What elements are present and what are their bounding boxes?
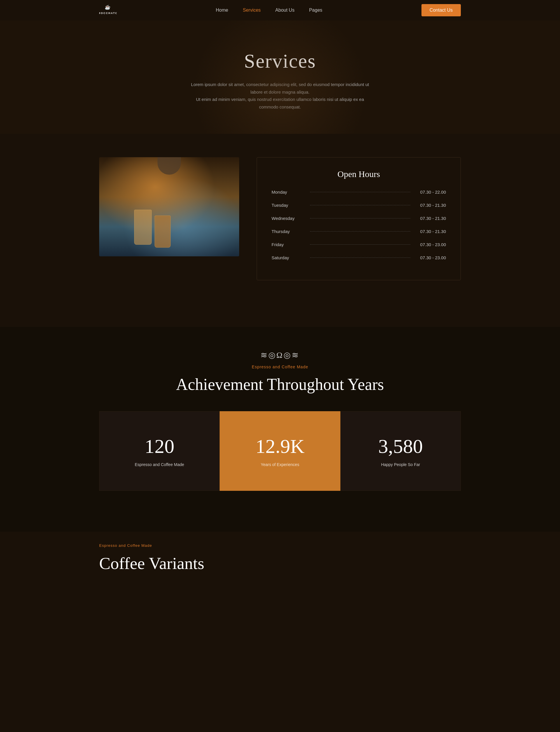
day-monday: Monday [272,190,307,195]
day-tuesday: Tuesday [272,203,307,208]
open-hours-box: Open Hours Monday 07.30 - 22.00 Tuesday … [257,157,461,280]
dots [310,205,410,205]
stat-number-espresso: 120 [111,435,208,458]
logo-icon: ☕ MOCCHATO [99,3,117,18]
time-tuesday: 07.30 - 21.30 [414,203,446,208]
stat-label-years: Years of Experiences [261,462,299,467]
stat-years: 12.9K Years of Experiences [220,411,340,491]
open-hours-title: Open Hours [272,169,446,179]
stat-espresso: 120 Espresso and Coffee Made [99,411,220,491]
achievement-title: Achievement Throughout Years [99,375,461,394]
dots [310,218,410,218]
stat-number-people: 3,580 [352,435,449,458]
achievement-subtitle: Espresso and Coffee Made [99,365,461,369]
hero-section: Services Lorem ipsum dolor sit amet, con… [0,20,560,134]
hours-wednesday: Wednesday 07.30 - 21.30 [272,216,446,221]
day-wednesday: Wednesday [272,216,307,221]
svg-text:MOCCHATO: MOCCHATO [99,12,117,15]
contact-button[interactable]: Contact Us [421,4,461,16]
variants-subtitle: Espresso and Coffee Made [99,543,461,548]
stat-label-people: Happy People So Far [381,462,420,467]
navbar: ☕ MOCCHATO Home Services About Us Pages … [0,0,560,20]
nav-services[interactable]: Services [243,8,261,13]
stat-people: 3,580 Happy People So Far [340,411,461,491]
content-area: Open Hours Monday 07.30 - 22.00 Tuesday … [0,134,560,327]
time-saturday: 07.30 - 23.00 [414,255,446,260]
time-monday: 07.30 - 22.00 [414,190,446,195]
time-friday: 07.30 - 23.00 [414,242,446,247]
hero-title: Services [6,50,554,73]
variants-title: Coffee Variants [99,554,461,573]
day-saturday: Saturday [272,255,307,260]
nav-home[interactable]: Home [216,8,228,13]
time-thursday: 07.30 - 21.30 [414,229,446,234]
stat-number-years: 12.9K [232,435,328,458]
achievement-header: ≋◎Ω◎≋ Espresso and Coffee Made Achieveme… [99,350,461,394]
stats-row: 120 Espresso and Coffee Made 12.9K Years… [99,411,461,491]
nav-about[interactable]: About Us [275,8,295,13]
day-thursday: Thursday [272,229,307,234]
stat-label-espresso: Espresso and Coffee Made [135,462,184,467]
day-friday: Friday [272,242,307,247]
open-hours-section: Open Hours Monday 07.30 - 22.00 Tuesday … [99,157,461,280]
hours-tuesday: Tuesday 07.30 - 21.30 [272,203,446,208]
logo[interactable]: ☕ MOCCHATO [99,3,117,18]
hours-monday: Monday 07.30 - 22.00 [272,190,446,195]
dots [310,231,410,232]
coffee-image [99,157,239,256]
time-wednesday: 07.30 - 21.30 [414,216,446,221]
nav-links: Home Services About Us Pages [216,8,322,13]
hours-saturday: Saturday 07.30 - 23.00 [272,255,446,260]
dots [310,192,410,192]
ornament-icon: ≋◎Ω◎≋ [99,350,461,360]
hours-thursday: Thursday 07.30 - 21.30 [272,229,446,234]
dots [310,244,410,245]
nav-pages[interactable]: Pages [309,8,322,13]
hours-friday: Friday 07.30 - 23.00 [272,242,446,247]
coffee-variants-section: Espresso and Coffee Made Coffee Variants [0,532,560,596]
achievement-section: ≋◎Ω◎≋ Espresso and Coffee Made Achieveme… [0,327,560,532]
hero-description: Lorem ipsum dolor sit amet, consectetur … [187,81,373,111]
svg-text:☕: ☕ [105,4,111,10]
